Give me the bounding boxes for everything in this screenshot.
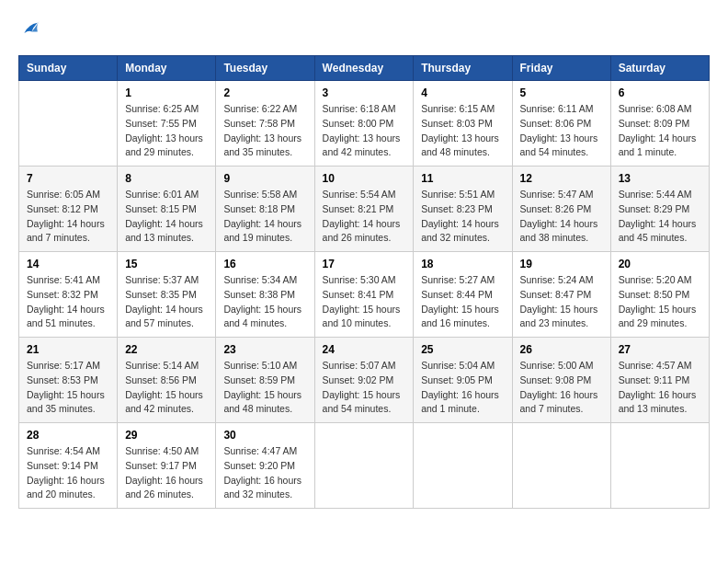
day-number: 9 xyxy=(223,172,306,185)
calendar-day-cell: 27Sunrise: 4:57 AM Sunset: 9:11 PM Dayli… xyxy=(610,338,709,423)
calendar-day-cell: 20Sunrise: 5:20 AM Sunset: 8:50 PM Dayli… xyxy=(610,252,709,338)
day-info: Sunrise: 4:54 AM Sunset: 9:14 PM Dayligh… xyxy=(27,444,109,502)
day-info: Sunrise: 5:24 AM Sunset: 8:47 PM Dayligh… xyxy=(520,273,603,331)
day-info: Sunrise: 6:11 AM Sunset: 8:06 PM Dayligh… xyxy=(520,102,603,160)
logo xyxy=(18,18,44,40)
calendar-day-cell: 19Sunrise: 5:24 AM Sunset: 8:47 PM Dayli… xyxy=(512,252,610,338)
logo-bird-icon xyxy=(18,18,40,40)
calendar-day-cell: 14Sunrise: 5:41 AM Sunset: 8:32 PM Dayli… xyxy=(19,252,118,338)
day-info: Sunrise: 6:15 AM Sunset: 8:03 PM Dayligh… xyxy=(421,102,504,160)
day-number: 25 xyxy=(421,343,504,356)
calendar-week-row: 28Sunrise: 4:54 AM Sunset: 9:14 PM Dayli… xyxy=(19,423,710,509)
day-number: 23 xyxy=(223,343,306,356)
calendar-body: 1Sunrise: 6:25 AM Sunset: 7:55 PM Daylig… xyxy=(19,81,710,509)
day-of-week-header: Monday xyxy=(118,56,216,81)
calendar-day-cell: 17Sunrise: 5:30 AM Sunset: 8:41 PM Dayli… xyxy=(314,252,414,338)
calendar-day-cell: 30Sunrise: 4:47 AM Sunset: 9:20 PM Dayli… xyxy=(216,423,314,509)
day-number: 1 xyxy=(125,86,208,99)
calendar-day-cell: 3Sunrise: 6:18 AM Sunset: 8:00 PM Daylig… xyxy=(314,81,414,167)
day-info: Sunrise: 6:25 AM Sunset: 7:55 PM Dayligh… xyxy=(125,102,208,160)
day-of-week-header: Sunday xyxy=(19,56,118,81)
day-info: Sunrise: 5:20 AM Sunset: 8:50 PM Dayligh… xyxy=(619,273,701,331)
day-number: 6 xyxy=(619,86,701,99)
calendar-day-cell: 22Sunrise: 5:14 AM Sunset: 8:56 PM Dayli… xyxy=(118,338,216,423)
calendar-day-cell xyxy=(414,423,512,509)
calendar-day-cell xyxy=(19,81,118,167)
calendar-day-cell: 21Sunrise: 5:17 AM Sunset: 8:53 PM Dayli… xyxy=(19,338,118,423)
calendar-day-cell: 7Sunrise: 6:05 AM Sunset: 8:12 PM Daylig… xyxy=(19,167,118,252)
calendar-day-cell: 15Sunrise: 5:37 AM Sunset: 8:35 PM Dayli… xyxy=(118,252,216,338)
day-info: Sunrise: 5:07 AM Sunset: 9:02 PM Dayligh… xyxy=(323,359,406,417)
calendar-week-row: 14Sunrise: 5:41 AM Sunset: 8:32 PM Dayli… xyxy=(19,252,710,338)
calendar-day-cell: 29Sunrise: 4:50 AM Sunset: 9:17 PM Dayli… xyxy=(118,423,216,509)
day-number: 14 xyxy=(27,258,109,270)
calendar-day-cell: 28Sunrise: 4:54 AM Sunset: 9:14 PM Dayli… xyxy=(19,423,118,509)
day-number: 15 xyxy=(125,258,208,270)
day-info: Sunrise: 5:00 AM Sunset: 9:08 PM Dayligh… xyxy=(520,359,603,417)
calendar-day-cell: 18Sunrise: 5:27 AM Sunset: 8:44 PM Dayli… xyxy=(414,252,512,338)
day-number: 20 xyxy=(619,258,701,270)
day-number: 7 xyxy=(27,172,109,185)
calendar-day-cell: 10Sunrise: 5:54 AM Sunset: 8:21 PM Dayli… xyxy=(314,167,414,252)
day-info: Sunrise: 5:34 AM Sunset: 8:38 PM Dayligh… xyxy=(223,273,306,331)
calendar-day-cell: 26Sunrise: 5:00 AM Sunset: 9:08 PM Dayli… xyxy=(512,338,610,423)
day-info: Sunrise: 4:50 AM Sunset: 9:17 PM Dayligh… xyxy=(125,444,208,502)
day-number: 16 xyxy=(223,258,306,270)
day-info: Sunrise: 5:14 AM Sunset: 8:56 PM Dayligh… xyxy=(125,359,208,417)
days-of-week-header: SundayMondayTuesdayWednesdayThursdayFrid… xyxy=(19,56,710,81)
day-number: 11 xyxy=(421,172,504,185)
day-number: 19 xyxy=(520,258,603,270)
day-number: 4 xyxy=(421,86,504,99)
day-number: 21 xyxy=(27,343,109,356)
calendar-day-cell: 16Sunrise: 5:34 AM Sunset: 8:38 PM Dayli… xyxy=(216,252,314,338)
day-number: 18 xyxy=(421,258,504,270)
day-info: Sunrise: 5:54 AM Sunset: 8:21 PM Dayligh… xyxy=(323,188,406,246)
day-info: Sunrise: 4:57 AM Sunset: 9:11 PM Dayligh… xyxy=(619,359,701,417)
day-number: 22 xyxy=(125,343,208,356)
calendar-day-cell: 6Sunrise: 6:08 AM Sunset: 8:09 PM Daylig… xyxy=(610,81,709,167)
calendar-day-cell: 9Sunrise: 5:58 AM Sunset: 8:18 PM Daylig… xyxy=(216,167,314,252)
day-info: Sunrise: 5:44 AM Sunset: 8:29 PM Dayligh… xyxy=(619,188,701,246)
calendar-day-cell: 13Sunrise: 5:44 AM Sunset: 8:29 PM Dayli… xyxy=(610,167,709,252)
day-info: Sunrise: 6:01 AM Sunset: 8:15 PM Dayligh… xyxy=(125,188,208,246)
calendar-day-cell xyxy=(512,423,610,509)
calendar-week-row: 7Sunrise: 6:05 AM Sunset: 8:12 PM Daylig… xyxy=(19,167,710,252)
calendar-day-cell: 4Sunrise: 6:15 AM Sunset: 8:03 PM Daylig… xyxy=(414,81,512,167)
day-of-week-header: Thursday xyxy=(414,56,512,81)
calendar-day-cell: 11Sunrise: 5:51 AM Sunset: 8:23 PM Dayli… xyxy=(414,167,512,252)
calendar-day-cell: 23Sunrise: 5:10 AM Sunset: 8:59 PM Dayli… xyxy=(216,338,314,423)
calendar-day-cell: 5Sunrise: 6:11 AM Sunset: 8:06 PM Daylig… xyxy=(512,81,610,167)
day-number: 8 xyxy=(125,172,208,185)
day-of-week-header: Wednesday xyxy=(314,56,414,81)
day-info: Sunrise: 5:27 AM Sunset: 8:44 PM Dayligh… xyxy=(421,273,504,331)
day-number: 30 xyxy=(223,429,306,442)
day-number: 28 xyxy=(27,429,109,442)
day-number: 10 xyxy=(323,172,406,185)
day-of-week-header: Friday xyxy=(512,56,610,81)
day-number: 27 xyxy=(619,343,701,356)
calendar-table: SundayMondayTuesdayWednesdayThursdayFrid… xyxy=(18,55,710,509)
day-info: Sunrise: 5:17 AM Sunset: 8:53 PM Dayligh… xyxy=(27,359,109,417)
day-info: Sunrise: 4:47 AM Sunset: 9:20 PM Dayligh… xyxy=(223,444,306,502)
day-number: 3 xyxy=(323,86,406,99)
calendar-week-row: 21Sunrise: 5:17 AM Sunset: 8:53 PM Dayli… xyxy=(19,338,710,423)
calendar-day-cell: 1Sunrise: 6:25 AM Sunset: 7:55 PM Daylig… xyxy=(118,81,216,167)
calendar-day-cell xyxy=(314,423,414,509)
day-number: 12 xyxy=(520,172,603,185)
calendar-day-cell: 25Sunrise: 5:04 AM Sunset: 9:05 PM Dayli… xyxy=(414,338,512,423)
day-info: Sunrise: 6:05 AM Sunset: 8:12 PM Dayligh… xyxy=(27,188,109,246)
day-info: Sunrise: 5:41 AM Sunset: 8:32 PM Dayligh… xyxy=(27,273,109,331)
day-info: Sunrise: 5:04 AM Sunset: 9:05 PM Dayligh… xyxy=(421,359,504,417)
day-of-week-header: Tuesday xyxy=(216,56,314,81)
calendar-day-cell: 8Sunrise: 6:01 AM Sunset: 8:15 PM Daylig… xyxy=(118,167,216,252)
day-info: Sunrise: 5:37 AM Sunset: 8:35 PM Dayligh… xyxy=(125,273,208,331)
day-number: 26 xyxy=(520,343,603,356)
day-info: Sunrise: 5:47 AM Sunset: 8:26 PM Dayligh… xyxy=(520,188,603,246)
day-of-week-header: Saturday xyxy=(610,56,709,81)
calendar-day-cell: 24Sunrise: 5:07 AM Sunset: 9:02 PM Dayli… xyxy=(314,338,414,423)
day-number: 17 xyxy=(323,258,406,270)
day-number: 5 xyxy=(520,86,603,99)
day-number: 24 xyxy=(323,343,406,356)
day-number: 13 xyxy=(619,172,701,185)
day-info: Sunrise: 6:08 AM Sunset: 8:09 PM Dayligh… xyxy=(619,102,701,160)
